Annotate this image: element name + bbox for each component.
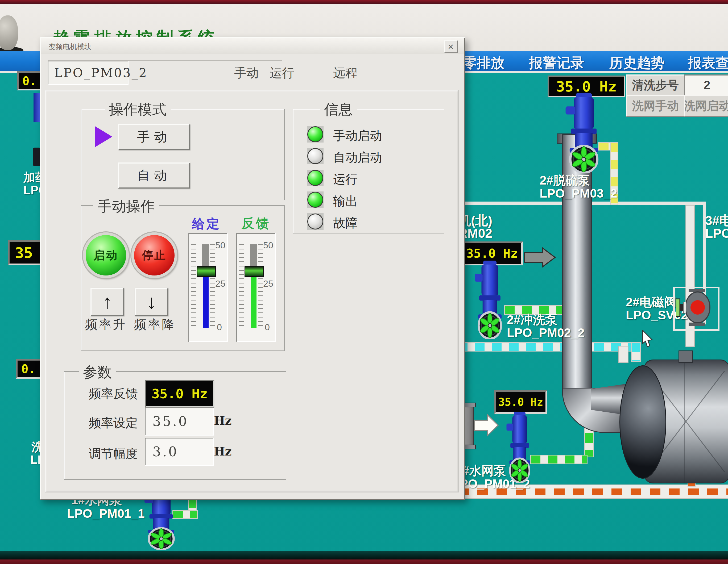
dialog-title-bar[interactable]: 变频电机模块 ✕: [41, 38, 464, 54]
lamp-label-fault: 故障: [333, 215, 358, 231]
mode-auto-button[interactable]: 自动: [118, 163, 190, 189]
status-mode: 手动: [234, 65, 259, 81]
lamp-label-running: 运行: [333, 171, 358, 188]
freq-feedback-display: 35.0 Hz: [145, 380, 214, 408]
pump-water2-icon[interactable]: [505, 412, 534, 483]
freq-feedback-label: 频率反馈: [89, 385, 138, 402]
mouse-cursor: [642, 330, 655, 348]
pump-fragment-icon: [34, 93, 40, 122]
valve3-tag-partial: LPO_: [705, 226, 728, 241]
lamp-label-auto-start: 自动启动: [333, 150, 382, 166]
close-icon: ✕: [448, 43, 454, 51]
freq-set-input[interactable]: 35.0: [145, 407, 214, 435]
param-group-title: 参数: [79, 363, 116, 382]
valve2-icon[interactable]: [676, 289, 716, 326]
mode-group-title: 操作模式: [105, 100, 171, 119]
hmi-screen: 趋零排放控制系统 趋零排放 报警记录 历史趋势 报表查询 清洗步号 2 洗网手动…: [0, 0, 728, 564]
lamp-fault: [307, 213, 324, 230]
pump-flush-icon[interactable]: [473, 261, 507, 339]
monitor-bezel-top: [0, 0, 728, 4]
setpoint-slider-title: 给定: [192, 216, 221, 233]
nav-item-alarm-log[interactable]: 报警记录: [529, 54, 584, 72]
pipe-green-water2: [530, 455, 588, 464]
pump-desulf-icon[interactable]: [564, 93, 604, 173]
pump-flush-tag: LPO_PM02_2: [507, 325, 584, 340]
lamp-label-output: 输出: [333, 193, 358, 210]
lamp-output: [307, 192, 324, 208]
up-arrow-icon: ↑: [102, 290, 112, 313]
step-input[interactable]: 3.0: [145, 438, 214, 466]
pump-desulf-tag: LPO_PM03_2: [540, 186, 617, 201]
setpoint-slider-handle[interactable]: [197, 266, 216, 277]
freq-down-label: 频率降: [134, 316, 176, 333]
tank-inlet-pipe: [618, 346, 628, 363]
close-button[interactable]: ✕: [444, 40, 458, 53]
status-remote: 远程: [333, 65, 358, 81]
status-run: 运行: [270, 65, 294, 81]
freq-up-label: 频率升: [85, 316, 127, 333]
vfd-motor-dialog: 变频电机模块 ✕ LPO_PM03_2 手动 运行 远程 操作模式 手动 自动 …: [40, 37, 465, 500]
screen-bottom-strip: [0, 551, 728, 559]
monitor-bezel-bottom: [0, 559, 728, 564]
wash-manual-button[interactable]: 洗网手动: [626, 95, 685, 117]
tick-25: 25: [215, 279, 225, 289]
manual-group-title: 手动操作: [93, 197, 159, 216]
mode-manual-button[interactable]: 手动: [118, 124, 190, 150]
tick-0: 0: [217, 322, 222, 332]
tank-top-stub: [679, 350, 693, 363]
feedback-slider-handle[interactable]: [245, 266, 264, 277]
tick-50: 50: [215, 240, 225, 251]
device-id-field: LPO_PM03_2: [48, 61, 129, 85]
stop-button[interactable]: 停止: [131, 233, 177, 278]
freq-display-water: 35.0 Hz: [494, 390, 547, 414]
freq-up-button[interactable]: ↑: [90, 288, 124, 316]
freq-set-label: 频率设定: [89, 415, 138, 431]
flow-arrow-gray: [524, 247, 556, 268]
wash-step-label: 清洗步号: [626, 74, 685, 96]
info-group-title: 信息: [320, 100, 357, 119]
dialog-title: 变频电机模块: [48, 42, 92, 52]
camera-dome: [0, 15, 18, 50]
nav-item-history-trend[interactable]: 历史趋势: [609, 54, 665, 72]
nav-item-report-query[interactable]: 报表查询: [688, 54, 728, 72]
pipe-cyan-v: [631, 342, 641, 362]
freq-set-unit: Hz: [214, 414, 232, 427]
freq-down-button[interactable]: ↓: [135, 288, 168, 316]
tick-25: 25: [263, 279, 273, 289]
mode-selected-arrow-icon: [95, 126, 112, 147]
pump-water1-tag: LPO_PM01_1: [67, 506, 144, 521]
tank-dome: [619, 365, 666, 479]
start-button[interactable]: 启动: [83, 233, 129, 278]
tick-0: 0: [265, 322, 270, 332]
lamp-manual-start: [307, 126, 324, 143]
feedback-slider: 50 25 0: [236, 233, 276, 342]
tick-50: 50: [263, 240, 273, 251]
setpoint-slider: 50 25 0: [188, 233, 228, 342]
lamp-running: [307, 170, 324, 186]
lamp-label-manual-start: 手动启动: [333, 128, 382, 144]
flow-arrow-white: [474, 414, 499, 437]
step-label: 调节幅度: [89, 446, 138, 462]
wash-step-value: 2: [684, 74, 728, 96]
feedback-slider-title: 反馈: [242, 215, 270, 232]
lamp-auto-start: [307, 148, 324, 164]
pump-fragment2-icon: [33, 148, 40, 166]
step-unit: Hz: [214, 445, 232, 458]
down-arrow-icon: ↓: [147, 290, 156, 313]
wash-start-button[interactable]: 洗网启动: [684, 95, 728, 117]
